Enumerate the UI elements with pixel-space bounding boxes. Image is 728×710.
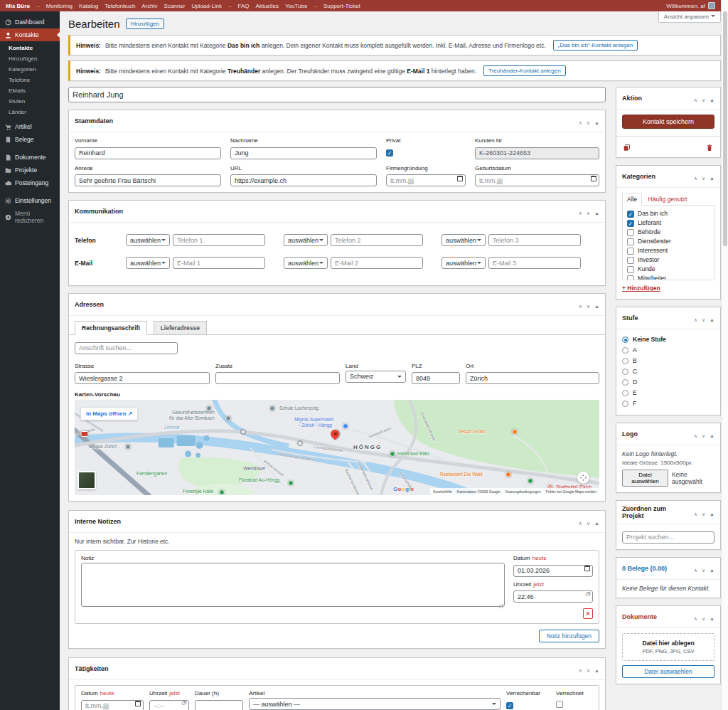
collapse-up-icon[interactable]: ∧ — [579, 211, 582, 216]
ort-input[interactable] — [466, 372, 599, 384]
type-select[interactable]: auswählen — [441, 234, 486, 246]
adminbar-item[interactable]: Katalog — [79, 3, 98, 9]
add-notiz-button[interactable]: Notiz hinzufügen — [539, 630, 599, 642]
collapse-down-icon[interactable]: ∨ — [702, 433, 705, 438]
anrede-input[interactable] — [75, 174, 221, 186]
email-input-1[interactable] — [173, 257, 265, 269]
toggle-icon[interactable]: ▲ — [710, 616, 714, 621]
collapse-down-icon[interactable]: ∨ — [702, 512, 705, 516]
land-select[interactable]: Schweiz — [346, 371, 406, 383]
map-attribution-item[interactable]: Fehler bei Google Maps melden — [546, 489, 596, 494]
submenu-item-telefone[interactable]: Telefone — [0, 75, 60, 85]
url-input[interactable] — [230, 174, 377, 186]
adminbar-item[interactable]: Monitoring — [46, 3, 73, 9]
verrechnet-checkbox[interactable] — [556, 701, 563, 708]
kategorie-checkbox[interactable] — [627, 229, 634, 236]
map-preview[interactable]: Schule LachenzelgGesundheitszentrumfür d… — [75, 400, 599, 495]
toggle-icon[interactable]: ▲ — [594, 120, 599, 125]
type-select[interactable]: auswählen — [126, 257, 170, 269]
plz-input[interactable] — [412, 372, 460, 384]
verrechenbar-checkbox[interactable]: ✓ — [506, 702, 513, 709]
toggle-icon[interactable]: ▲ — [710, 176, 714, 181]
calendar-icon[interactable] — [584, 566, 590, 571]
duplicate-icon[interactable] — [623, 144, 631, 152]
tk-datum-input[interactable] — [81, 700, 144, 710]
tab-haeufig-genutzt[interactable]: Häufig genutzt — [644, 194, 692, 205]
avatar[interactable] — [708, 2, 715, 9]
add-kategorie-link[interactable]: + Hinzufügen — [622, 285, 660, 292]
kategorie-checkbox[interactable]: ✓ — [627, 211, 634, 218]
toggle-icon[interactable]: ▲ — [594, 211, 599, 216]
email-input-2[interactable] — [331, 257, 423, 269]
notiz-datum-input[interactable] — [513, 565, 593, 577]
adminbar-item[interactable]: FAQ — [238, 3, 250, 9]
stufe-radio[interactable] — [622, 358, 628, 364]
stufe-radio[interactable] — [622, 379, 628, 386]
calendar-icon[interactable] — [457, 176, 463, 181]
collapse-down-icon[interactable]: ∨ — [702, 97, 705, 102]
logo-file-button[interactable]: Datei auswählen — [622, 470, 668, 487]
stufe-radio[interactable] — [622, 390, 628, 396]
kategorie-checkbox[interactable] — [627, 257, 634, 264]
zusatz-input[interactable] — [215, 372, 340, 384]
geburtsdatum-input[interactable] — [475, 174, 599, 186]
stufe-radio[interactable] — [622, 337, 628, 343]
map-attribution-item[interactable]: Kartendaten ©2026 Google — [457, 489, 500, 494]
collapse-down-icon[interactable]: ∨ — [702, 317, 705, 322]
map-attribution-item[interactable]: Kurzbefehle — [433, 489, 452, 494]
open-in-maps-button[interactable]: In Maps öffnen ↗ — [80, 407, 138, 420]
adminbar-item[interactable]: Archiv — [141, 3, 157, 9]
notiz-textarea[interactable] — [81, 563, 505, 607]
scrollbar-thumb[interactable] — [723, 11, 727, 246]
contact-name-input[interactable] — [68, 87, 606, 102]
adminbar-item[interactable]: Telefonbuch — [105, 3, 135, 9]
kategorie-checkbox[interactable] — [627, 266, 634, 273]
submenu-item-kontakte[interactable]: Kontakte — [0, 43, 60, 53]
address-search-input[interactable] — [75, 342, 178, 354]
collapse-down-icon[interactable]: ∨ — [587, 120, 590, 125]
tab-lieferadresse[interactable]: Lieferadresse — [154, 321, 207, 335]
collapse-down-icon[interactable]: ∨ — [587, 521, 590, 526]
calendar-icon[interactable] — [591, 176, 596, 181]
toggle-icon[interactable]: ▲ — [710, 433, 714, 438]
email-input-3[interactable] — [488, 257, 581, 269]
sidebar-item-menreduzieren[interactable]: Menü reduzieren — [0, 207, 60, 227]
collapse-up-icon[interactable]: ∧ — [694, 317, 697, 322]
telefon-input-2[interactable] — [331, 234, 423, 246]
kategorie-checkbox[interactable]: ✓ — [627, 220, 634, 227]
type-select[interactable]: auswählen — [284, 257, 328, 269]
toggle-icon[interactable]: ▲ — [710, 512, 714, 516]
save-contact-button[interactable]: Kontakt speichern — [622, 115, 714, 129]
add-contact-button[interactable]: Hinzufügen — [126, 18, 164, 29]
collapse-up-icon[interactable]: ∧ — [694, 616, 697, 621]
sidebar-item-projekte[interactable]: Projekte — [0, 164, 60, 176]
collapse-up-icon[interactable]: ∧ — [579, 668, 582, 673]
uhrzeit-hint[interactable]: jetzt — [169, 690, 180, 696]
telefon-input-3[interactable] — [488, 234, 581, 246]
resize-grip-icon[interactable] — [499, 604, 503, 608]
collapse-down-icon[interactable]: ∨ — [587, 304, 590, 309]
toggle-icon[interactable]: ▲ — [594, 521, 599, 526]
sidebar-item-posteingang[interactable]: Posteingang — [0, 176, 60, 189]
sidebar-item-artikel[interactable]: Artikel — [0, 120, 60, 133]
adminbar-item[interactable]: YouTube — [285, 3, 307, 9]
submenu-item-kategorien[interactable]: Kategorien — [0, 64, 60, 75]
collapse-up-icon[interactable]: ∧ — [579, 521, 582, 526]
type-select[interactable]: auswählen — [284, 234, 328, 246]
remove-notiz-button[interactable]: X — [583, 608, 593, 619]
kategorie-checkbox[interactable] — [627, 238, 634, 245]
view-options-button[interactable]: Ansicht anpassen — [658, 11, 721, 23]
adminbar-item[interactable]: Scanner — [164, 3, 186, 9]
collapse-up-icon[interactable]: ∧ — [694, 512, 697, 516]
clock-icon[interactable]: ◷ — [585, 590, 590, 597]
clock-icon[interactable]: ◷ — [181, 699, 186, 706]
collapse-down-icon[interactable]: ∨ — [702, 176, 705, 181]
stufe-radio[interactable] — [622, 401, 628, 407]
map-expand-button[interactable] — [577, 472, 589, 484]
adminbar-item[interactable]: Upload-Link — [191, 3, 222, 9]
submenu-item-emails[interactable]: EMails — [0, 85, 60, 96]
projekt-search-input[interactable] — [622, 531, 714, 544]
collapse-down-icon[interactable]: ∨ — [702, 568, 705, 573]
notiz-uhrzeit-input[interactable] — [513, 590, 593, 603]
strasse-input[interactable] — [75, 372, 210, 384]
